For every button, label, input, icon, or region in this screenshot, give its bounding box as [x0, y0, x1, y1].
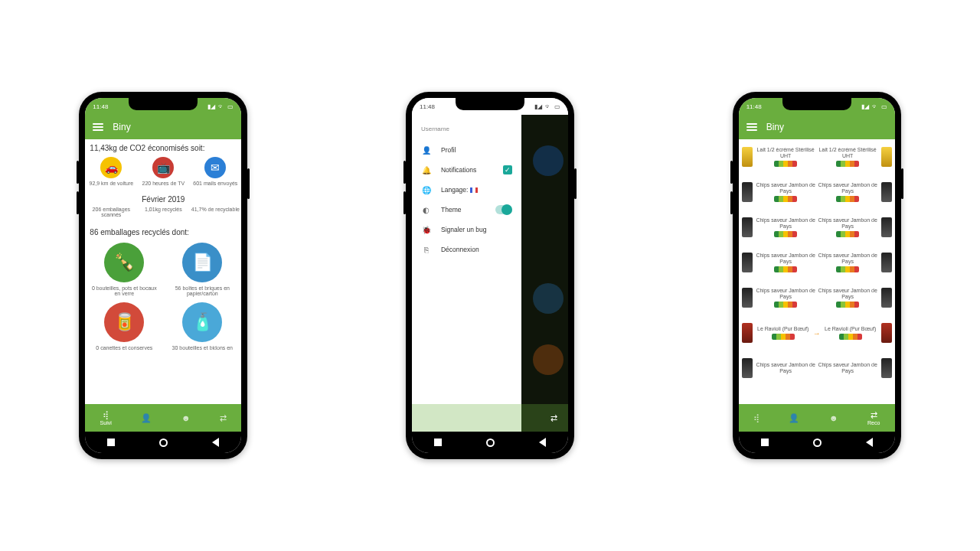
product-name: Chips saveur Jambon de Pays — [817, 217, 879, 229]
can-icon: 🥫 — [104, 302, 144, 342]
cat-metal-label: 0 canettes et conserves — [88, 345, 160, 350]
cat-paper: 📄 56 boîtes et briques en papier/carton — [166, 243, 238, 296]
nav-reco-label: Reco — [867, 420, 880, 425]
drawer-username: Username — [421, 126, 512, 132]
product-thumb — [742, 182, 753, 202]
nav-reco[interactable]: ⇄ Reco — [867, 411, 880, 425]
person-icon: 👤 — [789, 414, 799, 422]
menu-icon[interactable] — [93, 123, 103, 131]
equiv-tv-label: 220 heures de TV — [138, 181, 189, 186]
equiv-car: 🚗 92,9 km de voiture — [86, 157, 137, 186]
nav-back-icon[interactable] — [212, 438, 219, 447]
android-nav — [739, 432, 895, 453]
product-thumb — [881, 323, 892, 343]
device-notch — [782, 98, 851, 110]
nav-suivi[interactable]: ⢾ — [753, 414, 760, 422]
product-name: Lait 1/2 écrémé Stérilisé UHT — [817, 147, 879, 158]
drawer-item-theme[interactable]: ◐ Theme — [418, 200, 515, 220]
drawer-item-profil[interactable]: 👤 Profil — [418, 140, 515, 160]
nav-account[interactable]: ☻ — [829, 414, 838, 422]
reco-row[interactable]: Lait 1/2 écrémé Stérilisé UHT Lait 1/2 é… — [739, 139, 895, 174]
reco-row[interactable]: Chips saveur Jambon de Pays Chips saveur… — [739, 174, 895, 210]
nutriscore-icon — [772, 334, 795, 340]
nav-back-icon[interactable] — [866, 438, 873, 447]
drawer-label: Notifications — [441, 166, 494, 174]
theme-switch[interactable] — [495, 205, 512, 214]
nav-home-icon[interactable] — [159, 439, 168, 447]
status-icons: ▮◢ ᯤ ▭ — [207, 103, 234, 110]
co2-headline: 11,43kg de CO2 économisés soit: — [85, 139, 241, 154]
wifi-icon: ᯤ — [218, 103, 224, 110]
reco-row[interactable]: Chips saveur Jambon de Pays Chips saveur… — [739, 350, 895, 386]
nav-drawer: Username 👤 Profil 🔔 Notifications ✓ 🌐 La… — [412, 115, 521, 432]
month-label: Février 2019 — [85, 195, 241, 204]
equiv-mail-label: 601 mails envoyés — [190, 181, 241, 186]
stat-recyclable: 41,7% de recyclable — [190, 207, 241, 217]
nutriscore-icon — [836, 302, 859, 308]
product-name: Chips saveur Jambon de Pays — [755, 362, 817, 373]
product-thumb — [742, 253, 753, 272]
bottom-nav: ⢾ 👤 ☻ ⇄ Reco — [739, 404, 895, 432]
checkbox-checked-icon[interactable]: ✓ — [503, 165, 512, 174]
person-icon: 👤 — [141, 414, 152, 422]
suivi-content: 11,43kg de CO2 économisés soit: 🚗 92,9 k… — [85, 139, 241, 404]
drawer-item-logout[interactable]: ⎘ Déconnexion — [418, 240, 515, 259]
app-title: Biny — [113, 122, 130, 132]
nutriscore-icon — [774, 231, 797, 237]
nav-reco[interactable]: ⇄ — [220, 414, 227, 422]
nav-recents-icon[interactable] — [434, 439, 442, 446]
nav-home-icon[interactable] — [813, 439, 822, 447]
nav-account[interactable]: ☻ — [181, 414, 191, 422]
product-name: Le Ravioli (Pur Bœuf) — [755, 326, 812, 332]
equiv-car-label: 92,9 km de voiture — [86, 181, 137, 186]
nav-recents-icon[interactable] — [761, 439, 769, 446]
logout-icon: ⎘ — [421, 246, 432, 254]
menu-icon[interactable] — [746, 123, 757, 131]
nav-suivi[interactable]: ⢾ Suivi — [100, 411, 112, 425]
reco-row[interactable]: Chips saveur Jambon de Pays Chips saveur… — [739, 210, 895, 245]
product-name: Lait 1/2 écrémé Stérilisé UHT — [755, 147, 817, 158]
product-name: Chips saveur Jambon de Pays — [755, 217, 817, 229]
reco-row[interactable]: Chips saveur Jambon de Pays Chips saveur… — [739, 280, 895, 315]
drawer-label: Déconnexion — [441, 246, 512, 253]
nav-back-icon[interactable] — [539, 438, 546, 447]
reco-list[interactable]: Lait 1/2 écrémé Stérilisé UHT Lait 1/2 é… — [739, 139, 895, 404]
signal-icon: ▮◢ — [861, 103, 869, 110]
nutriscore-icon — [836, 196, 859, 202]
phone-mockup-drawer: 11:48 ▮◢ ᯤ ▭ Username 👤 Profil — [406, 92, 574, 459]
android-nav — [412, 432, 568, 453]
product-name: Chips saveur Jambon de Pays — [817, 253, 879, 264]
cat-plastic-label: 30 bouteilles et bidons en — [166, 345, 238, 350]
bottle-icon: 🧴 — [182, 302, 222, 342]
nav-profile[interactable]: 👤 — [141, 414, 152, 422]
nutriscore-icon — [774, 161, 797, 167]
account-icon: ☻ — [181, 414, 191, 422]
app-title: Biny — [766, 122, 784, 132]
nav-home-icon[interactable] — [486, 439, 495, 447]
reco-row[interactable]: Le Ravioli (Pur Bœuf) → Le Ravioli (Pur … — [739, 315, 895, 350]
bell-icon: 🔔 — [421, 166, 432, 174]
equiv-tv: 📺 220 heures de TV — [138, 157, 189, 186]
cat-plastic: 🧴 30 bouteilles et bidons en — [166, 302, 238, 350]
drawer-item-notifications[interactable]: 🔔 Notifications ✓ — [418, 160, 515, 180]
nav-recents-icon[interactable] — [107, 439, 115, 446]
reco-row[interactable]: Chips saveur Jambon de Pays Chips saveur… — [739, 245, 895, 280]
flag-fr-icon — [470, 187, 478, 193]
bottom-nav: ⢾ Suivi 👤 ☻ ⇄ — [85, 404, 241, 432]
stat-scanned: 206 emballages scannés — [86, 207, 137, 217]
product-thumb — [881, 288, 892, 308]
phone-mockup-reco: 11:48 ▮◢ ᯤ ▭ Biny Lait 1/2 écrémé Stéril… — [733, 92, 901, 459]
arrow-right-icon: → — [812, 329, 822, 337]
nutriscore-icon — [836, 266, 859, 272]
product-thumb — [742, 288, 753, 308]
nav-profile[interactable]: 👤 — [789, 414, 799, 422]
mail-icon: ✉ — [204, 157, 226, 178]
drawer-item-langage[interactable]: 🌐 Langage: — [418, 180, 515, 200]
swap-icon: ⇄ — [550, 413, 557, 423]
drawer-item-bug[interactable]: 🐞 Signaler un bug — [418, 220, 515, 240]
bug-icon: 🐞 — [421, 226, 432, 234]
device-notch — [129, 98, 198, 110]
nutriscore-icon — [774, 196, 797, 202]
paper-icon: 📄 — [182, 243, 222, 282]
battery-icon: ▭ — [881, 103, 887, 110]
